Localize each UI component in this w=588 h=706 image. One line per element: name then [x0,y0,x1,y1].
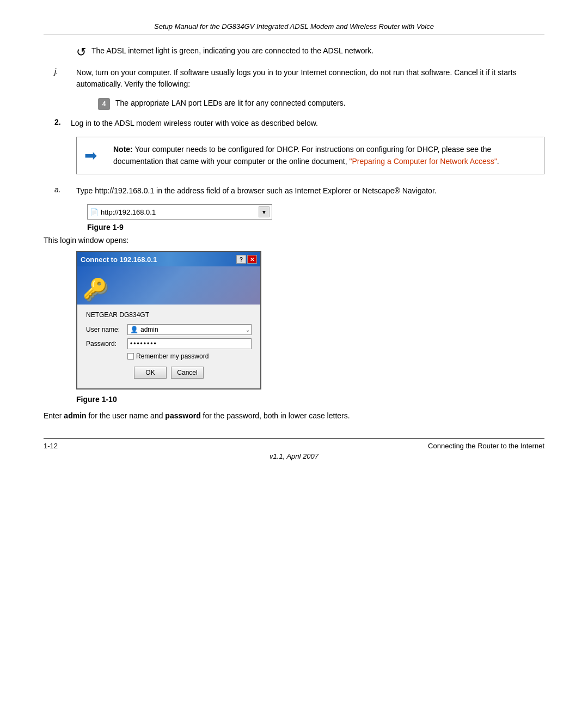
login-window-wrapper: Connect to 192.168.0.1 ? ✕ 🔑 🔑 NETGEAR D… [76,251,544,389]
enter-text-middle: for the user name and [87,411,166,420]
item-2-text: Log in to the ADSL modem wireless router… [71,118,318,129]
item-a-label: a. [54,185,76,194]
login-window-title: Connect to 192.168.0.1 [81,255,157,264]
footer-section: Connecting the Router to the Internet [428,442,544,450]
password-input[interactable]: •••••••• [127,338,252,349]
lan-text: The appropriate LAN port LEDs are lit fo… [115,98,346,109]
lan-paragraph: 4 The appropriate LAN port LEDs are lit … [98,98,544,110]
content-area: ↺ The ADSL internet light is green, indi… [44,45,544,422]
cancel-button[interactable]: Cancel [171,367,204,379]
enter-paragraph: Enter admin for the user name and passwo… [44,410,544,422]
login-body: NETGEAR DG834GT User name: 👤 admin ⌄ Pas… [77,305,260,388]
username-value: admin [140,326,158,333]
note-arrow-icon: ➡ [77,137,105,174]
figure-10-label: Figure 1-10 [76,395,544,404]
enter-text-before: Enter [44,411,64,420]
password-value: •••••••• [130,340,157,348]
username-label: User name: [86,326,127,333]
lan-badge: 4 [98,98,110,110]
note-content: Note: Your computer needs to be configur… [105,137,544,174]
footer-version: v1.1, April 2007 [44,452,544,460]
ok-button[interactable]: OK [134,367,167,379]
page-icon: 📄 [90,208,99,216]
titlebar-buttons: ? ✕ [236,255,257,264]
enter-bold-password: password [165,411,200,420]
item-j-label: j. [54,67,76,76]
enter-bold-admin: admin [64,411,86,420]
device-name: NETGEAR DG834GT [86,311,252,319]
key-icon: 🔑 [83,277,107,300]
login-window-intro: This login window opens: [44,236,544,245]
note-link[interactable]: "Preparing a Computer for Network Access… [349,157,497,166]
figure-9-label: Figure 1-9 [87,223,544,232]
item-j-text: Now, turn on your computer. If software … [76,67,544,90]
address-bar-dropdown-btn[interactable]: ▼ [259,206,270,217]
login-buttons: OK Cancel [86,367,252,383]
remember-password-row: Remember my password [127,352,252,360]
note-box: ➡ Note: Your computer needs to be config… [76,137,544,174]
note-text2: . [497,157,499,166]
footer-page-number: 1-12 [44,442,58,450]
login-titlebar: Connect to 192.168.0.1 ? ✕ [77,252,260,266]
list-item-j: j. Now, turn on your computer. If softwa… [54,67,544,90]
list-item-a: a. Type http://192.168.0.1 in the addres… [54,185,544,197]
page: Setup Manual for the DG834GV Integrated … [0,0,588,706]
adsl-icon: ↺ [76,45,86,59]
help-button[interactable]: ? [236,255,246,264]
address-bar-wrapper: 📄 http://192.168.0.1 ▼ [87,204,544,220]
address-bar[interactable]: 📄 http://192.168.0.1 ▼ [87,204,272,220]
username-input[interactable]: 👤 admin ⌄ [127,324,252,335]
item-a-text: Type http://192.168.0.1 in the address f… [76,185,437,197]
username-dropdown-icon[interactable]: ⌄ [246,327,250,333]
page-header: Setup Manual for the DG834GV Integrated … [44,22,544,34]
footer-row: 1-12 Connecting the Router to the Intern… [44,442,544,450]
adsl-paragraph: ↺ The ADSL internet light is green, indi… [76,45,544,59]
remember-checkbox[interactable] [127,353,134,360]
enter-text-after: for the password, both in lower case let… [201,411,350,420]
login-banner: 🔑 🔑 [77,266,260,305]
password-row: Password: •••••••• [86,338,252,349]
list-item-2: 2. Log in to the ADSL modem wireless rou… [54,118,544,129]
close-button[interactable]: ✕ [247,255,257,264]
item-2-label: 2. [54,118,71,126]
address-bar-url: http://192.168.0.1 [101,208,259,216]
password-label: Password: [86,340,127,348]
page-footer: 1-12 Connecting the Router to the Intern… [44,438,544,460]
user-icon: 👤 [130,326,138,333]
remember-label: Remember my password [136,352,209,360]
login-window: Connect to 192.168.0.1 ? ✕ 🔑 🔑 NETGEAR D… [76,251,261,389]
header-title: Setup Manual for the DG834GV Integrated … [154,22,434,31]
adsl-text: The ADSL internet light is green, indica… [91,45,373,57]
note-label: Note: [113,145,133,154]
username-row: User name: 👤 admin ⌄ [86,324,252,335]
